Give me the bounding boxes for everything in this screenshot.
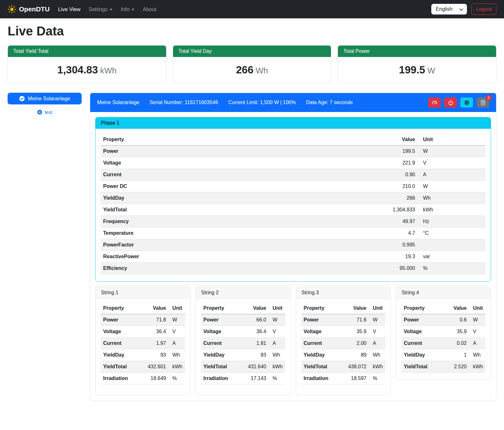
chevron-down-icon	[459, 7, 464, 11]
phase-table: Property Value Unit Power 199.5 W Voltag…	[101, 134, 486, 274]
unit-cell: W	[418, 146, 486, 157]
unit-cell: kWh	[169, 361, 185, 373]
unit-cell: A	[469, 338, 486, 349]
value-cell: 210.0	[290, 181, 418, 192]
table-header-row: Property Value Unit	[201, 302, 285, 314]
value-cell: 431.640	[240, 361, 269, 373]
property-cell: Power	[301, 314, 341, 326]
card-value: 199.5	[399, 64, 425, 76]
value-cell: 95.000	[290, 263, 418, 274]
brand[interactable]: OpenDTU	[8, 5, 50, 14]
test-link[interactable]: test	[8, 109, 82, 115]
inverter-action-buttons: 2	[428, 97, 489, 108]
value-cell: 221.9	[290, 157, 418, 169]
event-log-button[interactable]: 2	[476, 97, 489, 108]
column-unit: Unit	[369, 302, 385, 314]
table-row: Power 199.5 W	[101, 146, 486, 157]
unit-cell: W	[369, 314, 385, 326]
card-total-power: Total Power 199.5W	[338, 45, 496, 83]
table-row: YieldTotal 432.601 kWh	[101, 361, 185, 373]
card-body: 1,304.83kWh	[8, 57, 166, 83]
table-row: Frequency 49.97 Hz	[101, 216, 486, 227]
table-row: Irradiation 18.597 %	[301, 373, 386, 384]
value-cell: 0.02	[441, 338, 469, 349]
unit-cell: %	[169, 373, 185, 384]
navbar: OpenDTU Live View Settings Info About En…	[0, 0, 504, 18]
unit-cell: V	[469, 326, 486, 338]
property-cell: YieldTotal	[301, 361, 341, 373]
inverter-select-button[interactable]: Meine Solaranlage	[8, 93, 82, 104]
value-cell: 1.97	[140, 338, 169, 349]
limit-settings-button[interactable]	[428, 97, 441, 108]
language-select[interactable]: English	[431, 4, 467, 15]
unit-cell: kWh	[269, 361, 285, 373]
column-property: Property	[101, 134, 290, 146]
power-button[interactable]	[444, 97, 457, 108]
card-body: 266Wh	[173, 57, 331, 83]
nav-item-settings[interactable]: Settings	[84, 4, 117, 15]
value-cell: 1.81	[240, 338, 269, 349]
string-3-card: String 3 Property Value Unit	[296, 287, 391, 396]
nav-item-about[interactable]: About	[139, 4, 160, 15]
property-cell: Power	[401, 314, 441, 326]
unit-cell: kWh	[369, 361, 385, 373]
string-table-body: Power 71.8 W Voltage 36.4 V Current 1.97…	[101, 314, 185, 384]
unit-cell: W	[469, 314, 486, 326]
nav-item-info[interactable]: Info	[117, 4, 139, 15]
card-total-yield-day: Total Yield Day 266Wh	[173, 45, 332, 83]
property-cell: Power	[101, 146, 290, 157]
value-cell: 0.995	[290, 239, 418, 251]
unit-cell: Wh	[369, 349, 385, 361]
column-value: Value	[441, 302, 469, 314]
chevron-down-icon	[109, 9, 113, 10]
value-cell: 18.597	[340, 373, 369, 384]
string-card-title: String 2	[196, 287, 290, 299]
property-cell: Current	[101, 338, 140, 349]
phase-card-title: Phase 1	[96, 117, 491, 129]
table-row: Power 71.8 W	[101, 314, 185, 326]
property-cell: Current	[101, 169, 290, 181]
cpu-icon	[464, 100, 470, 106]
logout-button[interactable]: Logout	[471, 3, 496, 15]
table-row: Voltage 35.9 V	[301, 326, 386, 338]
value-cell: 17.143	[240, 373, 269, 384]
page-title: Live Data	[8, 24, 496, 38]
table-row: ReactivePower 19.3 var	[101, 251, 486, 263]
string-3-table: Property Value Unit Power 71.6 W Voltage…	[301, 302, 386, 384]
gauge-icon	[432, 100, 438, 106]
nav-item-live-view[interactable]: Live View	[54, 4, 84, 15]
column-unit: Unit	[269, 302, 285, 314]
unit-cell: V	[169, 326, 185, 338]
string-table-body: Power 0.6 W Voltage 35.9 V Current 0.02 …	[401, 314, 486, 373]
value-cell: 1	[441, 349, 469, 361]
phase-table-body: Power 199.5 W Voltage 221.9 V Current 0.…	[101, 146, 486, 274]
device-info-button[interactable]	[460, 97, 473, 108]
sun-icon	[8, 5, 16, 14]
table-row: YieldTotal 2.520 kWh	[401, 361, 486, 373]
unit-cell: W	[169, 314, 185, 326]
table-row: Current 0.90 A	[101, 169, 486, 181]
string-1-table: Property Value Unit Power 71.8 W Voltage…	[101, 302, 185, 384]
property-cell: Voltage	[101, 326, 140, 338]
unit-cell: kWh	[418, 204, 486, 216]
column-unit: Unit	[469, 302, 486, 314]
unit-cell: A	[169, 338, 185, 349]
value-cell: 432.601	[140, 361, 169, 373]
unit-cell: %	[269, 373, 285, 384]
table-row: Current 1.97 A	[101, 338, 185, 349]
string-4-card: String 4 Property Value Unit	[396, 287, 491, 380]
string-table-body: Power 71.6 W Voltage 35.9 V Current 2.00…	[301, 314, 386, 384]
table-row: YieldTotal 438.072 kWh	[301, 361, 386, 373]
table-row: Voltage 36.4 V	[101, 326, 185, 338]
unit-cell: Hz	[418, 216, 486, 227]
unit-cell: %	[418, 263, 486, 274]
summary-cards-row: Total Yield Total 1,304.83kWh Total Yiel…	[8, 45, 496, 83]
event-count-badge: 2	[486, 95, 492, 101]
table-row: YieldTotal 1,304.833 kWh	[101, 204, 486, 216]
value-cell: 35.9	[441, 326, 469, 338]
property-cell: YieldDay	[401, 349, 441, 361]
chevron-down-icon	[131, 9, 134, 10]
column-value: Value	[290, 134, 418, 146]
language-value: English	[436, 6, 452, 12]
value-cell: 49.97	[290, 216, 418, 227]
